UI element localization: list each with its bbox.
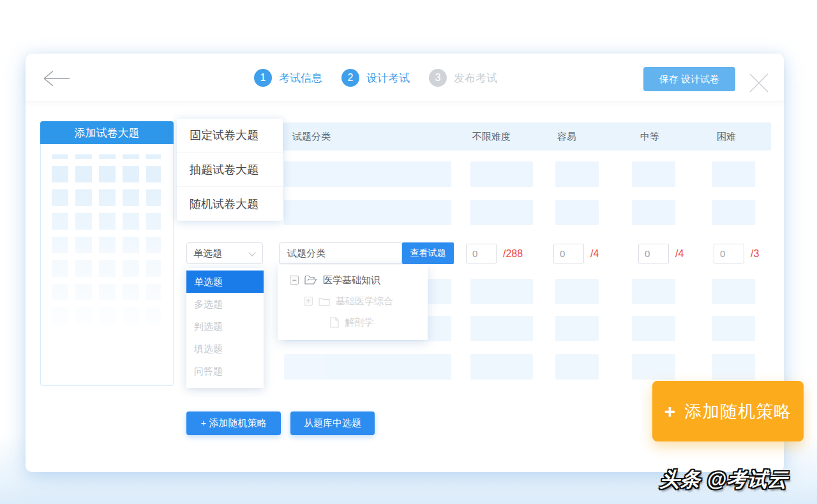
- skeleton-cell: [712, 279, 755, 304]
- menu-item-fixed-section[interactable]: 固定试卷大题: [177, 119, 283, 152]
- col-header-hard: 困难: [717, 122, 736, 151]
- skeleton-row: [281, 200, 771, 225]
- col-header-easy: 容易: [557, 122, 576, 151]
- back-arrow-icon[interactable]: [42, 69, 71, 88]
- skeleton-cell: [712, 354, 755, 380]
- col-header-medium: 中等: [640, 122, 659, 151]
- step-label: 考试信息: [279, 71, 322, 85]
- skeleton-cell: [284, 200, 451, 225]
- view-questions-button[interactable]: 查看试题: [402, 242, 454, 264]
- col-header-category: 试题分类: [292, 122, 331, 151]
- watermark: 头条 @考试云: [659, 466, 790, 493]
- skeleton-cell: [632, 279, 675, 304]
- tree-node-anatomy[interactable]: 解剖学: [330, 315, 373, 329]
- step-label: 发布考试: [454, 71, 497, 85]
- menu-item-random-section[interactable]: 随机试卷大题: [177, 186, 283, 221]
- tree-node-basic-medicine[interactable]: + 基础医学综合: [304, 294, 393, 308]
- category-tree-popover: − 医学基础知识 + 基础医学综合 解剖学: [278, 265, 428, 340]
- skeleton-cell: [284, 354, 451, 380]
- skeleton-row: [281, 161, 771, 187]
- section-type-menu: 固定试卷大题 抽题试卷大题 随机试卷大题: [177, 119, 283, 221]
- skeleton-cell: [555, 279, 599, 304]
- skeleton-cell: [632, 354, 675, 380]
- step-publish-exam[interactable]: 3 发布考试: [429, 69, 497, 87]
- skeleton-cell: [470, 354, 533, 380]
- skeleton-cell: [555, 200, 599, 225]
- count-input-any[interactable]: [466, 244, 497, 263]
- type-option-multi-choice[interactable]: 多选题: [186, 293, 264, 315]
- skeleton-cell: [284, 161, 451, 187]
- chevron-down-icon: [248, 249, 255, 256]
- step-number: 3: [429, 69, 447, 87]
- collapse-icon[interactable]: −: [290, 276, 299, 285]
- skeleton-cell: [470, 316, 533, 341]
- folder-icon: [319, 297, 330, 306]
- file-icon: [330, 317, 339, 328]
- plus-icon: +: [664, 402, 676, 421]
- skeleton-cell: [470, 200, 533, 225]
- skeleton-cell: [712, 200, 755, 225]
- skeleton-cell: [470, 161, 533, 187]
- count-limit-any: /288: [503, 244, 523, 263]
- count-limit-medium: /4: [675, 244, 684, 263]
- category-input[interactable]: [279, 242, 402, 264]
- add-random-strategy-button[interactable]: + 添加随机策略: [186, 411, 281, 435]
- floating-add-random-strategy-button[interactable]: + 添加随机策略: [652, 381, 804, 441]
- count-input-hard[interactable]: [714, 244, 744, 263]
- header-bar: 1 考试信息 2 设计考试 3 发布考试 保存 设计试卷: [26, 54, 784, 102]
- skeleton-cell: [555, 354, 599, 380]
- step-number: 2: [341, 69, 359, 87]
- skeleton-cell: [712, 316, 755, 341]
- type-option-judge[interactable]: 判选题: [186, 315, 264, 337]
- question-type-select[interactable]: 单选题: [186, 242, 263, 264]
- question-type-value: 单选题: [193, 248, 222, 258]
- question-type-dropdown: 单选题 多选题 判选题 填选题 问答题: [186, 268, 264, 388]
- count-input-easy[interactable]: [553, 244, 584, 263]
- skeleton-cell: [632, 161, 675, 187]
- exam-designer-card: 1 考试信息 2 设计考试 3 发布考试 保存 设计试卷 添加试卷大题 固定: [26, 54, 784, 472]
- skeleton-cell: [555, 316, 599, 341]
- count-limit-easy: /4: [590, 244, 599, 263]
- count-limit-hard: /3: [751, 244, 759, 263]
- step-number: 1: [254, 69, 272, 87]
- step-label: 设计考试: [366, 71, 410, 85]
- step-design-exam[interactable]: 2 设计考试: [341, 69, 410, 87]
- table-header-row: 试题分类 不限难度 容易 中等 困难: [281, 122, 771, 151]
- section-list-panel: [40, 144, 174, 386]
- count-input-medium[interactable]: [638, 244, 669, 263]
- step-exam-info[interactable]: 1 考试信息: [254, 69, 322, 87]
- question-grid-placeholder: [52, 154, 161, 324]
- type-option-qa[interactable]: 问答题: [186, 360, 264, 382]
- floating-button-label: 添加随机策略: [684, 400, 791, 423]
- skeleton-cell: [712, 161, 755, 187]
- skeleton-cell: [470, 279, 533, 304]
- tree-node-medical-basics[interactable]: − 医学基础知识: [290, 273, 380, 287]
- menu-item-draw-section[interactable]: 抽题试卷大题: [177, 152, 283, 187]
- add-section-button[interactable]: 添加试卷大题: [40, 121, 174, 144]
- grid-fade-overlay: [52, 180, 161, 327]
- skeleton-cell: [632, 200, 675, 225]
- tree-node-label: 医学基础知识: [323, 274, 380, 286]
- save-design-button[interactable]: 保存 设计试卷: [643, 67, 735, 91]
- tree-node-label: 基础医学综合: [336, 295, 393, 308]
- stepper: 1 考试信息 2 设计考试 3 发布考试: [254, 66, 497, 89]
- folder-open-icon: [304, 275, 317, 285]
- expand-icon[interactable]: +: [304, 297, 313, 306]
- pick-from-bank-button[interactable]: 从题库中选题: [290, 411, 375, 435]
- type-option-fill[interactable]: 填选题: [186, 337, 264, 360]
- tree-node-label: 解剖学: [345, 316, 373, 329]
- skeleton-row: [281, 354, 771, 380]
- type-option-single-choice[interactable]: 单选题: [186, 271, 264, 293]
- skeleton-cell: [555, 161, 599, 187]
- col-header-any-difficulty: 不限难度: [472, 122, 511, 151]
- skeleton-cell: [632, 316, 675, 341]
- close-icon[interactable]: [747, 71, 770, 94]
